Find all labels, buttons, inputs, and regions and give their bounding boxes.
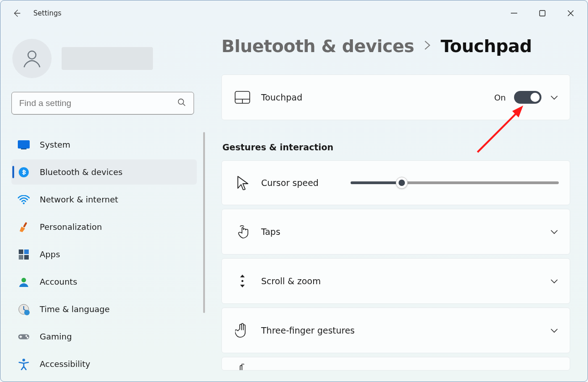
- sidebar-item-bluetooth-devices[interactable]: Bluetooth & devices: [11, 159, 197, 185]
- three-finger-label: Three-finger gestures: [261, 325, 355, 335]
- section-title: Gestures & interaction: [222, 142, 573, 152]
- nav-scrollbar[interactable]: [203, 132, 205, 313]
- clock-globe-icon: [18, 303, 30, 315]
- bluetooth-icon: [18, 166, 30, 178]
- slider-track: [351, 181, 559, 184]
- taps-card[interactable]: Taps: [221, 209, 570, 255]
- sidebar-item-label: Apps: [40, 249, 60, 259]
- main-content: Bluetooth & devices Touchpad Touchpad On…: [221, 36, 573, 382]
- paintbrush-icon: [18, 221, 30, 233]
- sidebar-item-label: Accessibility: [40, 359, 90, 369]
- touchpad-toggle[interactable]: [514, 91, 541, 104]
- sidebar-item-accounts[interactable]: Accounts: [11, 269, 197, 294]
- sidebar-item-label: Bluetooth & devices: [40, 167, 122, 177]
- monitor-icon: [18, 139, 30, 151]
- back-button[interactable]: [9, 5, 25, 21]
- toggle-state-text: On: [494, 93, 506, 102]
- search-box[interactable]: [11, 92, 194, 115]
- expand-button[interactable]: [550, 276, 559, 286]
- slider-thumb[interactable]: [396, 177, 408, 189]
- close-button[interactable]: [556, 2, 585, 25]
- expand-button[interactable]: [550, 326, 559, 335]
- cursor-speed-card: Cursor speed: [221, 160, 570, 205]
- next-card-partial[interactable]: [221, 357, 570, 371]
- svg-point-2: [28, 51, 36, 59]
- profile-block[interactable]: [12, 39, 202, 78]
- svg-rect-12: [24, 255, 29, 260]
- breadcrumb: Bluetooth & devices Touchpad: [221, 36, 573, 56]
- svg-rect-11: [19, 255, 23, 260]
- cursor-speed-slider[interactable]: [351, 174, 559, 192]
- expand-button[interactable]: [550, 93, 559, 102]
- sidebar-item-label: Accounts: [40, 277, 77, 286]
- hand-icon: [233, 364, 252, 370]
- wifi-icon: [18, 194, 30, 206]
- svg-point-18: [27, 337, 29, 339]
- svg-point-21: [242, 280, 243, 282]
- svg-rect-9: [19, 249, 23, 254]
- search-icon: [177, 98, 186, 109]
- page-title: Touchpad: [441, 36, 532, 56]
- minimize-button[interactable]: [500, 2, 528, 25]
- nav: System Bluetooth & devices Network & int…: [11, 132, 197, 377]
- svg-rect-1: [540, 11, 545, 16]
- sidebar-item-system[interactable]: System: [11, 132, 197, 157]
- left-column: System Bluetooth & devices Network & int…: [0, 28, 210, 379]
- svg-point-19: [22, 359, 25, 361]
- sidebar-item-accessibility[interactable]: Accessibility: [11, 351, 197, 377]
- svg-rect-10: [24, 249, 29, 254]
- gamepad-icon: [18, 331, 30, 343]
- breadcrumb-parent[interactable]: Bluetooth & devices: [221, 36, 414, 56]
- touchpad-icon: [233, 91, 252, 104]
- three-finger-card[interactable]: Three-finger gestures: [221, 308, 570, 353]
- touchpad-toggle-card[interactable]: Touchpad On: [221, 74, 570, 120]
- settings-window: Settings: [0, 0, 588, 382]
- tap-icon: [233, 224, 252, 239]
- svg-point-3: [178, 99, 184, 105]
- taps-label: Taps: [261, 227, 280, 237]
- search-input[interactable]: [19, 98, 171, 108]
- svg-rect-5: [21, 149, 26, 149]
- svg-point-7: [23, 202, 25, 204]
- svg-point-17: [26, 335, 27, 337]
- maximize-icon: [539, 10, 546, 16]
- sidebar-item-network[interactable]: Network & internet: [11, 187, 197, 212]
- window-controls: [500, 2, 585, 25]
- svg-rect-8: [23, 222, 27, 227]
- sidebar-item-label: System: [40, 140, 70, 149]
- chevron-down-icon: [550, 276, 559, 286]
- account-icon: [18, 276, 30, 288]
- svg-point-13: [21, 278, 26, 282]
- scroll-icon: [233, 273, 252, 289]
- chevron-down-icon: [550, 93, 559, 102]
- sidebar-item-label: Gaming: [40, 332, 72, 341]
- apps-icon: [18, 249, 30, 260]
- accessibility-icon: [18, 358, 30, 370]
- sidebar-item-label: Personalization: [40, 222, 102, 232]
- chevron-right-icon: [423, 39, 431, 54]
- scroll-zoom-card[interactable]: Scroll & zoom: [221, 258, 570, 304]
- scroll-zoom-label: Scroll & zoom: [261, 276, 321, 286]
- cursor-icon: [233, 175, 252, 190]
- hand-icon: [233, 323, 252, 338]
- expand-button[interactable]: [550, 227, 559, 236]
- svg-rect-4: [18, 140, 30, 149]
- svg-point-15: [24, 310, 30, 315]
- close-icon: [567, 10, 574, 16]
- touchpad-label: Touchpad: [261, 92, 302, 102]
- sidebar-item-label: Time & language: [40, 304, 110, 314]
- maximize-button[interactable]: [528, 2, 556, 25]
- svg-rect-0: [511, 13, 517, 13]
- sidebar-item-apps[interactable]: Apps: [11, 242, 197, 267]
- chevron-down-icon: [550, 326, 559, 335]
- sidebar-item-personalization[interactable]: Personalization: [11, 214, 197, 239]
- arrow-left-icon: [12, 8, 22, 18]
- cursor-speed-label: Cursor speed: [261, 178, 319, 188]
- chevron-down-icon: [550, 227, 559, 236]
- sidebar-item-gaming[interactable]: Gaming: [11, 324, 197, 349]
- avatar: [12, 39, 52, 78]
- profile-name-placeholder: [62, 47, 153, 70]
- person-icon: [21, 48, 42, 69]
- titlebar: Settings: [0, 0, 588, 26]
- sidebar-item-time-language[interactable]: Time & language: [11, 297, 197, 322]
